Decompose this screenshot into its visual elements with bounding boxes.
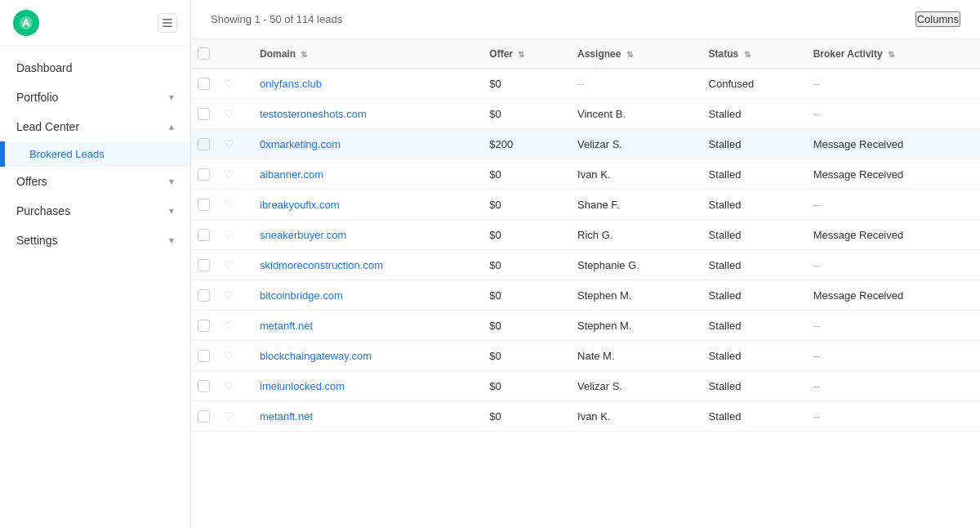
row-checkbox[interactable] (198, 410, 210, 423)
favorite-icon[interactable]: ♡ (224, 168, 234, 181)
table-row: ♡ onlyfans.club $0 -- Confused -- (191, 69, 980, 99)
row-broker-activity-cell: -- (804, 69, 980, 99)
row-checkbox[interactable] (198, 259, 210, 271)
row-assignee-cell: -- (568, 69, 699, 99)
row-assignee-cell: Velizar S. (568, 371, 699, 401)
assignee-value: Velizar S. (577, 380, 622, 392)
domain-link[interactable]: ibreakyoufix.com (260, 199, 340, 211)
sidebar-item-brokered-leads-label: Brokered Leads (29, 148, 105, 160)
assignee-value: Stephanie G. (577, 259, 639, 271)
row-checkbox[interactable] (198, 320, 210, 332)
sidebar-item-portfolio[interactable]: Portfolio ▾ (0, 83, 190, 112)
domain-link[interactable]: skidmoreconstruction.com (260, 259, 383, 271)
row-checkbox-cell (191, 401, 220, 432)
row-checkbox[interactable] (198, 78, 210, 90)
domain-link[interactable]: metanft.net (260, 320, 313, 332)
offer-value: $200 (489, 138, 513, 150)
row-checkbox-cell (191, 250, 220, 280)
row-checkbox[interactable] (198, 289, 210, 302)
status-value: Stalled (709, 320, 742, 332)
favorite-icon[interactable]: ♡ (224, 107, 234, 120)
favorite-icon[interactable]: ♡ (224, 77, 234, 90)
row-checkbox[interactable] (198, 138, 210, 150)
row-assignee-cell: Ivan K. (568, 159, 699, 190)
row-checkbox-cell (191, 280, 220, 311)
domain-link[interactable]: onlyfans.club (260, 78, 322, 90)
row-favorite-cell: ♡ (220, 99, 250, 129)
offer-value: $0 (489, 168, 501, 181)
favorite-icon[interactable]: ♡ (224, 319, 234, 332)
assignee-value: Stephen M. (577, 289, 632, 302)
col-header-offer[interactable]: Offer ⇅ (479, 39, 568, 69)
offer-value: $0 (489, 410, 501, 423)
row-checkbox[interactable] (198, 108, 210, 120)
row-favorite-cell: ♡ (220, 220, 250, 250)
sidebar-collapse-button[interactable] (158, 13, 177, 33)
chevron-down-icon: ▾ (169, 235, 174, 246)
columns-button[interactable]: Columns (915, 11, 960, 27)
row-broker-activity-cell: -- (804, 250, 980, 280)
row-checkbox-cell (191, 99, 220, 129)
table-row: ♡ 0xmarketing.com $200 Velizar S. Stalle… (191, 129, 980, 159)
favorite-icon[interactable]: ♡ (224, 289, 234, 302)
status-value: Stalled (709, 350, 742, 362)
row-favorite-cell: ♡ (220, 371, 250, 401)
offer-value: $0 (489, 350, 501, 362)
favorite-icon[interactable]: ♡ (224, 349, 234, 362)
sidebar-item-lead-center[interactable]: Lead Center ▴ (0, 112, 190, 141)
table-row: ♡ metanft.net $0 Stephen M. Stalled -- (191, 311, 980, 341)
domain-link[interactable]: metanft.net (260, 410, 313, 423)
assignee-value: Vincent B. (577, 108, 626, 120)
favorite-icon[interactable]: ♡ (224, 258, 234, 271)
table-header-bar: Showing 1 - 50 of 114 leads Columns (191, 0, 980, 39)
col-header-domain[interactable]: Domain ⇅ (250, 39, 479, 69)
sidebar-item-purchases[interactable]: Purchases ▾ (0, 196, 190, 226)
favorite-icon[interactable]: ♡ (224, 409, 234, 423)
row-offer-cell: $0 (479, 401, 568, 432)
domain-link[interactable]: 0xmarketing.com (260, 138, 341, 150)
domain-link[interactable]: aibanner.com (260, 168, 323, 181)
row-checkbox[interactable] (198, 229, 210, 241)
col-header-assignee[interactable]: Assignee ⇅ (568, 39, 699, 69)
sidebar-item-offers[interactable]: Offers ▾ (0, 167, 190, 196)
assignee-value: Nate M. (577, 350, 615, 362)
row-offer-cell: $0 (479, 99, 568, 129)
favorite-icon[interactable]: ♡ (224, 379, 234, 392)
row-checkbox[interactable] (198, 168, 210, 181)
status-value: Stalled (709, 229, 742, 241)
table-row: ♡ imeiunlocked.com $0 Velizar S. Stalled… (191, 371, 980, 401)
row-assignee-cell: Stephen M. (568, 311, 699, 341)
sort-icon: ⇅ (301, 50, 307, 59)
broker-activity-value: -- (813, 108, 821, 120)
select-all-checkbox[interactable] (198, 47, 210, 60)
domain-link[interactable]: imeiunlocked.com (260, 380, 345, 392)
domain-link[interactable]: sneakerbuyer.com (260, 229, 346, 241)
row-assignee-cell: Velizar S. (568, 129, 699, 159)
sidebar-item-dashboard[interactable]: Dashboard (0, 53, 190, 83)
sidebar-item-brokered-leads[interactable]: Brokered Leads (0, 141, 190, 167)
col-header-status[interactable]: Status ⇅ (699, 39, 804, 69)
row-checkbox[interactable] (198, 380, 210, 392)
favorite-icon[interactable]: ♡ (224, 198, 234, 211)
domain-link[interactable]: blockchaingateway.com (260, 350, 372, 362)
row-domain-cell: ibreakyoufix.com (250, 190, 479, 220)
domain-link[interactable]: testosteroneshots.com (260, 108, 367, 120)
offer-value: $0 (489, 259, 501, 271)
domain-link[interactable]: bitcoinbridge.com (260, 289, 343, 302)
table-row: ♡ aibanner.com $0 Ivan K. Stalled Messag… (191, 159, 980, 190)
chevron-up-icon: ▴ (169, 121, 174, 132)
table-row: ♡ bitcoinbridge.com $0 Stephen M. Stalle… (191, 280, 980, 311)
favorite-icon[interactable]: ♡ (224, 137, 234, 150)
col-header-broker-activity[interactable]: Broker Activity ⇅ (804, 39, 980, 69)
row-broker-activity-cell: Message Received (804, 159, 980, 190)
status-value: Confused (709, 78, 755, 90)
favorite-icon[interactable]: ♡ (224, 228, 234, 241)
offer-value: $0 (489, 380, 501, 392)
row-checkbox[interactable] (198, 199, 210, 211)
sidebar-item-settings[interactable]: Settings ▾ (0, 226, 190, 255)
assignee-value: Shane F. (577, 199, 619, 211)
row-checkbox-cell (191, 311, 220, 341)
row-assignee-cell: Vincent B. (568, 99, 699, 129)
row-checkbox[interactable] (198, 350, 210, 362)
assignee-value: -- (577, 78, 585, 90)
